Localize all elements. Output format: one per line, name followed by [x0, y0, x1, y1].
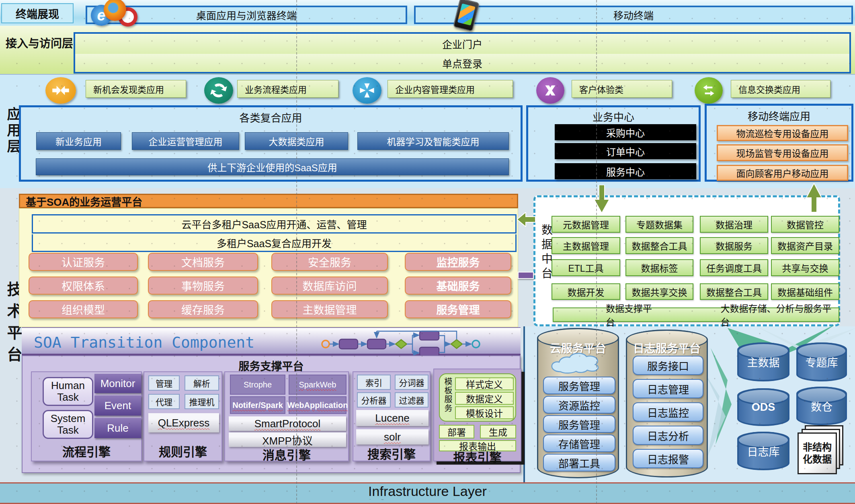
category-box-new-opportunity: 新机会发现类应用	[86, 80, 186, 98]
bpmn-flow-icon	[319, 330, 512, 355]
data-cell-label: 任务调度工具	[706, 261, 762, 275]
rule-engine-panel: 管理 解析 代理 推理机 QLExpress 规则引擎	[144, 371, 222, 461]
service-label: 主数据管理	[303, 301, 357, 317]
cloud-item: 服务管理	[543, 377, 615, 394]
category-label: 客户体验类	[579, 82, 623, 95]
message-module-label: Notifer/Spark	[232, 401, 283, 410]
converge-arrows-icon	[45, 77, 76, 104]
rule-module: 推理机	[185, 394, 219, 409]
service-label: 权限体系	[62, 278, 105, 293]
lucene-bar: Lucene	[356, 410, 429, 426]
unstructured-data-label: 非结构 化数据	[803, 441, 832, 465]
message-module: SparkWeb	[289, 375, 347, 395]
data-cell-label: 数据共享交换	[632, 285, 687, 299]
mobile-app-item: 现场监管专用设备应用	[717, 144, 848, 161]
xmpp-label: XMPP协议	[262, 432, 313, 447]
unstructured-data-stack: 非结构 化数据	[798, 425, 846, 474]
sso-bar: 单点登录	[74, 54, 851, 74]
cloud-icon	[549, 352, 609, 377]
service-box: 主数据管理	[271, 300, 388, 318]
mobile-app-label: 现场监管专用设备应用	[736, 146, 829, 160]
business-center-title: 业务中心	[528, 110, 699, 123]
human-task-label: Human Task	[44, 380, 92, 403]
cloud-item-label: 服务管理	[558, 417, 600, 432]
report-engine-panel: 模板服务 样式定义 数据定义 模板设计 部署 生成 报表输出 报表引擎	[433, 369, 521, 461]
app-button: 企业运营管理应用	[132, 132, 239, 150]
service-label: 数据库访问	[303, 278, 357, 293]
soa-platform-title: 基于SOA的业务运营平台	[26, 194, 142, 209]
search-engine-panel: 索引 分词器 分析器 过滤器 Lucene solr 搜索引擎	[353, 371, 431, 461]
search-engine-label: 搜索引擎	[353, 446, 430, 461]
composite-apps-box: 各类复合应用 新业务应用 企业运营管理应用 大数据类应用 机器学习及智能类应用 …	[19, 105, 523, 182]
search-module: 分词器	[395, 375, 429, 390]
data-support-platform-label: 数据支撑平台	[606, 301, 660, 328]
service-box: 安全服务	[271, 253, 388, 271]
xmpp-bar: XMPP协议	[229, 432, 346, 447]
category-label: 新机会发现类应用	[93, 82, 164, 95]
data-cell-label: 专题数据集	[636, 217, 683, 231]
app-button-label: 新业务应用	[55, 134, 102, 148]
center-item-label: 服务中心	[606, 164, 645, 178]
event-label: Event	[105, 400, 131, 412]
search-module-label: 分词器	[399, 376, 424, 388]
message-module: Notifer/Spark	[230, 396, 285, 414]
data-cell: 数据服务	[700, 237, 768, 254]
purple-connector-icon	[518, 272, 534, 279]
saas-apps-label: 供上下游企业使用的SaaS应用	[207, 160, 337, 174]
data-cell: 数据基础组件	[771, 283, 839, 300]
desktop-terminal-label: 桌面应用与浏览器终端	[196, 8, 297, 22]
service-box: 缓存服务	[148, 300, 258, 318]
data-cell: ETL工具	[552, 259, 620, 276]
shuffle-arrows-icon	[536, 77, 564, 104]
enterprise-portal-bar: 企业门户	[74, 32, 851, 55]
data-cell-label: 数据服务	[716, 239, 752, 252]
message-module-label: Strophe	[244, 380, 272, 389]
data-cell-label: 数据治理	[716, 217, 752, 231]
search-module-label: 过滤器	[399, 394, 424, 406]
center-item-label: 采购中心	[606, 125, 645, 139]
service-label: 基础服务	[437, 278, 480, 293]
master-data-label: 主数据	[747, 354, 780, 370]
data-cell: 主数据管理	[552, 237, 620, 254]
data-cell-label: 主数据管理	[563, 239, 609, 252]
message-module-label: WebApplication	[287, 401, 348, 410]
service-support-platform: 服务支撑平台 Human Task System Task Monitor Ev…	[22, 355, 521, 473]
template-item: 数据定义	[455, 392, 514, 405]
category-box-customer-experience: 客户体验类	[572, 80, 672, 98]
data-cell-label: 数据整合工具	[632, 239, 687, 252]
saas-ops-label: 云平台多租户SaaS应用开通、运营、管理	[181, 217, 367, 231]
process-engine-panel: Human Task System Task Monitor Event Rul…	[31, 371, 142, 461]
data-cell: 数据标签	[625, 259, 693, 276]
service-box: 服务管理	[405, 300, 511, 318]
lucene-label: Lucene	[375, 412, 409, 424]
data-warehouse-db: 数仓	[796, 387, 847, 425]
subject-db-label: 专题库	[806, 354, 838, 370]
data-cell: 数据开发	[552, 283, 620, 300]
service-label: 安全服务	[308, 254, 351, 270]
log-item-label: 日志监控	[647, 405, 689, 420]
template-service-group: 模板服务 样式定义 数据定义 模板设计	[439, 373, 516, 422]
data-cell-label: 元数据管理	[563, 217, 609, 231]
data-cell: 数据治理	[700, 216, 768, 233]
subject-db: 专题库	[796, 342, 847, 381]
arrow-down-icon	[594, 185, 609, 213]
log-item: 服务接口	[633, 356, 703, 375]
rule-module: 解析	[185, 375, 219, 391]
business-center-box: 业务中心 采购中心 订单中心 服务中心	[526, 105, 701, 182]
template-service-label: 模板服务	[442, 377, 454, 419]
data-warehouse-label: 数仓	[811, 398, 832, 414]
category-box-business-process: 业务流程类应用	[237, 80, 338, 98]
template-item-label: 数据定义	[466, 391, 503, 405]
service-box: 认证服务	[29, 253, 138, 271]
search-module-label: 索引	[365, 376, 382, 388]
search-module-label: 分析器	[361, 394, 387, 406]
data-cell-label: 共享与交换	[782, 261, 828, 275]
app-button: 大数据类应用	[245, 132, 348, 150]
log-db: 日志库	[737, 432, 789, 470]
cloud-item-label: 服务管理	[558, 378, 600, 393]
mobile-app-label: 面向顾客用户移动应用	[736, 166, 829, 180]
cloud-item: 存储管理	[543, 434, 615, 452]
data-platform-bottom-bar: 数据支撑平台 大数据存储、分析与服务平台	[553, 307, 839, 322]
cloud-item-label: 资源监控	[558, 397, 600, 412]
exchange-arrows-icon	[695, 77, 723, 104]
